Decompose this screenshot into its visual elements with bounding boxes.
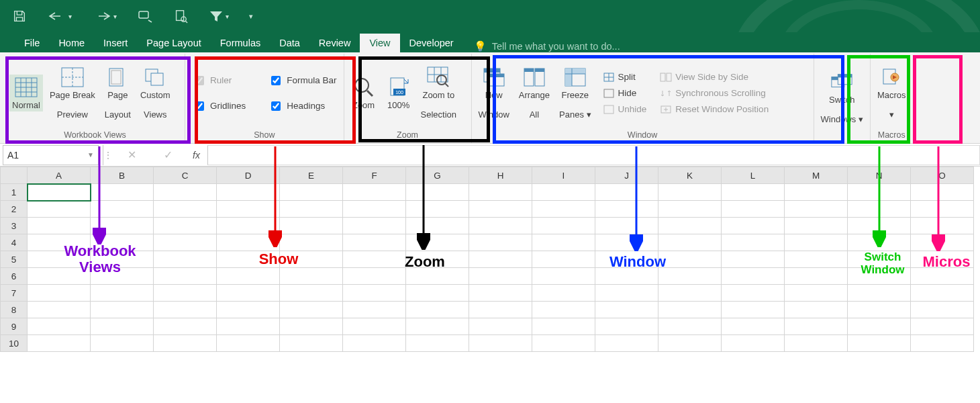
cell[interactable] [28,184,91,201]
cell[interactable] [595,251,658,268]
cell[interactable] [343,318,406,335]
cells-table[interactable]: A B C D E F G H I J K L M N O 1 2 3 4 5 … [0,167,974,352]
col-header[interactable]: G [406,167,469,184]
cell[interactable] [848,268,911,285]
cell[interactable] [343,201,406,218]
cell[interactable] [785,184,848,201]
cell[interactable] [343,184,406,201]
cell[interactable] [911,335,974,352]
row-header[interactable]: 1 [1,184,28,201]
formula-bar-checkbox-input[interactable] [271,76,281,85]
cell[interactable] [658,302,722,318]
cell[interactable] [595,302,658,318]
cell[interactable] [28,285,91,302]
cell[interactable] [658,251,722,268]
cell[interactable] [595,318,658,335]
cell[interactable] [28,318,91,335]
gridlines-checkbox-input[interactable] [195,101,204,111]
col-header[interactable]: C [154,167,217,184]
cell[interactable] [722,218,785,234]
cell[interactable] [28,201,91,218]
cell[interactable] [280,268,343,285]
cell[interactable] [406,184,469,201]
cell[interactable] [722,268,785,285]
insert-function-icon[interactable]: fx [193,150,200,161]
tab-data[interactable]: Data [270,34,309,52]
col-header[interactable]: H [469,167,532,184]
tell-me-search[interactable]: 💡 Tell me what you want to do... [474,40,620,52]
cell[interactable] [658,184,722,201]
cell[interactable] [532,285,595,302]
arrange-all-button[interactable]: Arrange All [516,64,552,122]
cell[interactable] [658,218,722,234]
filter-icon[interactable]: ▾ [208,9,229,24]
name-box[interactable]: A1 ▼ [3,145,99,165]
cell[interactable] [154,268,217,285]
cell[interactable] [911,318,974,335]
cell[interactable] [469,335,532,352]
cell[interactable] [722,251,785,268]
cell[interactable] [280,251,343,268]
tab-view[interactable]: View [360,34,399,52]
cell[interactable] [848,318,911,335]
normal-view-button[interactable]: Normal [9,75,43,112]
cell[interactable] [532,234,595,251]
macros-button[interactable]: Macros ▾ [875,64,909,122]
cell[interactable] [785,234,848,251]
customize-qat-icon[interactable]: ▾ [249,12,253,21]
cell[interactable] [848,218,911,234]
cell[interactable] [722,335,785,352]
cell[interactable] [911,218,974,234]
enter-formula-icon[interactable]: ✓ [156,148,179,161]
cell[interactable] [848,302,911,318]
cell[interactable] [848,251,911,268]
cell[interactable] [911,251,974,268]
switch-windows-button[interactable]: Switch Windows ▾ [818,69,866,127]
cell[interactable] [722,318,785,335]
col-header[interactable]: M [785,167,848,184]
cell[interactable] [154,201,217,218]
cell[interactable] [848,285,911,302]
cell[interactable] [595,335,658,352]
cell[interactable] [785,302,848,318]
cell[interactable] [280,234,343,251]
col-header[interactable]: O [911,167,974,184]
cell[interactable] [280,184,343,201]
cell[interactable] [406,302,469,318]
chevron-down-icon[interactable]: ▼ [87,151,94,159]
col-header[interactable]: D [217,167,280,184]
cell[interactable] [785,318,848,335]
cell[interactable] [154,302,217,318]
cell[interactable] [406,268,469,285]
cell[interactable] [91,251,154,268]
cell[interactable] [595,218,658,234]
col-header[interactable]: B [91,167,154,184]
cell[interactable] [785,268,848,285]
cell[interactable] [658,268,722,285]
cell[interactable] [217,318,280,335]
cell[interactable] [911,234,974,251]
cell[interactable] [217,201,280,218]
col-header[interactable]: L [722,167,785,184]
cell[interactable] [785,201,848,218]
cell[interactable] [217,234,280,251]
tab-formulas[interactable]: Formulas [211,34,270,52]
col-header[interactable]: K [658,167,722,184]
cell[interactable] [785,218,848,234]
tab-review[interactable]: Review [309,34,360,52]
zoom-button[interactable]: Zoom [348,75,379,112]
cell[interactable] [785,285,848,302]
cell[interactable] [406,335,469,352]
cell[interactable] [280,335,343,352]
cell[interactable] [343,302,406,318]
cell[interactable] [91,318,154,335]
cell[interactable] [91,218,154,234]
cell[interactable] [154,318,217,335]
cell[interactable] [280,318,343,335]
cell[interactable] [343,268,406,285]
cell[interactable] [343,285,406,302]
cell[interactable] [343,251,406,268]
hide-button[interactable]: Hide [601,87,649,100]
cell[interactable] [469,285,532,302]
row-header[interactable]: 2 [1,201,28,218]
